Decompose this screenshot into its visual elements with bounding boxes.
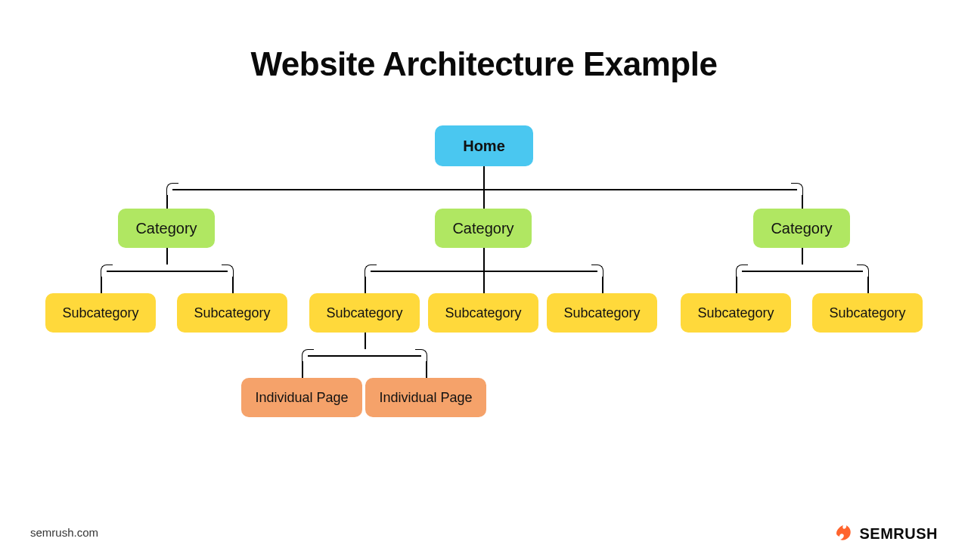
diagram-title: Website Architecture Example <box>0 45 968 83</box>
connector <box>166 195 168 209</box>
connector <box>172 189 797 190</box>
connector <box>742 271 863 272</box>
connector <box>483 248 485 265</box>
brand-text: SEMRUSH <box>859 525 938 543</box>
node-subcategory-2-2: Subcategory <box>428 293 538 333</box>
node-subcategory-2-1: Subcategory <box>309 293 420 333</box>
attribution-text: semrush.com <box>30 526 98 539</box>
connector <box>483 183 485 209</box>
connector <box>736 277 737 293</box>
connector <box>483 166 485 183</box>
connector <box>802 248 803 265</box>
connector <box>365 333 366 349</box>
connector <box>602 277 603 293</box>
connector-corner <box>736 265 748 277</box>
node-subcategory-2-3: Subcategory <box>547 293 657 333</box>
connector-corner <box>415 349 427 361</box>
connector <box>166 248 168 265</box>
node-category-1: Category <box>118 209 215 248</box>
connector-corner <box>857 265 869 277</box>
connector <box>107 271 228 272</box>
connector <box>426 361 427 378</box>
connector <box>867 277 869 293</box>
connector-corner <box>591 265 603 277</box>
connector <box>802 195 803 209</box>
connector-corner <box>166 183 178 195</box>
connector <box>365 277 366 293</box>
connector-corner <box>365 265 377 277</box>
connector-corner <box>101 265 113 277</box>
connector-corner <box>791 183 803 195</box>
node-category-3: Category <box>753 209 850 248</box>
node-individual-1: Individual Page <box>241 378 362 417</box>
node-subcategory-1-1: Subcategory <box>45 293 156 333</box>
connector <box>302 361 303 378</box>
node-home: Home <box>435 125 533 166</box>
fire-icon <box>833 524 853 543</box>
node-subcategory-1-2: Subcategory <box>177 293 287 333</box>
connector <box>308 355 421 357</box>
connector <box>232 277 234 293</box>
brand-logo: SEMRUSH <box>833 524 938 543</box>
connector-corner <box>302 349 314 361</box>
connector-corner <box>222 265 234 277</box>
connector <box>101 277 102 293</box>
node-subcategory-3-2: Subcategory <box>812 293 923 333</box>
connector <box>483 265 485 293</box>
node-subcategory-3-1: Subcategory <box>681 293 791 333</box>
node-category-2: Category <box>435 209 532 248</box>
node-individual-2: Individual Page <box>365 378 486 417</box>
